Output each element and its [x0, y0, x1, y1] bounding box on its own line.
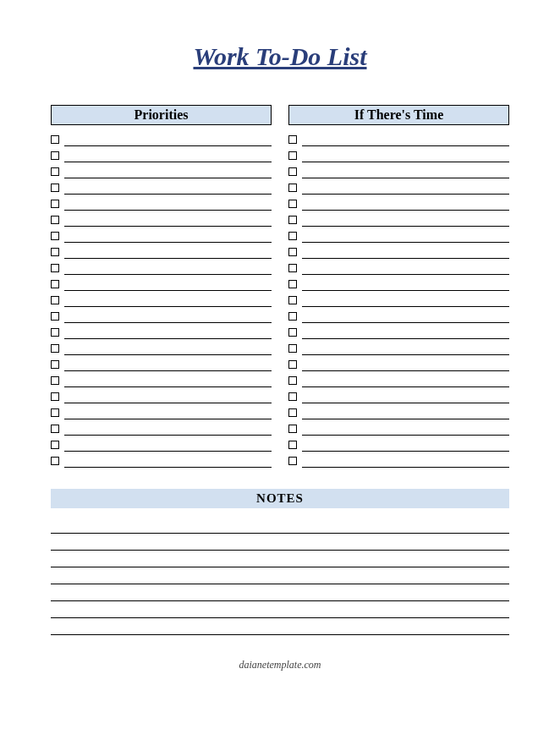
- checkbox-icon[interactable]: [51, 200, 59, 208]
- note-line[interactable]: [51, 551, 509, 567]
- checkbox-icon[interactable]: [288, 312, 297, 321]
- list-item[interactable]: [288, 211, 509, 227]
- note-line[interactable]: [51, 567, 509, 584]
- write-line[interactable]: [302, 323, 509, 339]
- list-item[interactable]: [288, 307, 509, 323]
- write-line[interactable]: [64, 387, 272, 403]
- write-line[interactable]: [64, 259, 272, 275]
- checkbox-icon[interactable]: [51, 376, 59, 385]
- checkbox-icon[interactable]: [51, 167, 59, 176]
- write-line[interactable]: [302, 243, 509, 259]
- write-line[interactable]: [64, 146, 272, 162]
- write-line[interactable]: [302, 195, 509, 211]
- checkbox-icon[interactable]: [51, 296, 59, 304]
- list-item[interactable]: [51, 403, 272, 419]
- write-line[interactable]: [302, 211, 509, 227]
- write-line[interactable]: [64, 178, 272, 195]
- write-line[interactable]: [302, 436, 509, 452]
- list-item[interactable]: [51, 178, 272, 195]
- list-item[interactable]: [51, 130, 272, 146]
- checkbox-icon[interactable]: [51, 151, 59, 160]
- list-item[interactable]: [51, 452, 272, 468]
- checkbox-icon[interactable]: [288, 296, 297, 304]
- write-line[interactable]: [302, 162, 509, 178]
- checkbox-icon[interactable]: [288, 232, 297, 240]
- list-item[interactable]: [288, 243, 509, 259]
- write-line[interactable]: [64, 323, 272, 339]
- checkbox-icon[interactable]: [51, 328, 59, 337]
- note-line[interactable]: [51, 534, 509, 551]
- write-line[interactable]: [302, 178, 509, 195]
- checkbox-icon[interactable]: [51, 457, 59, 465]
- checkbox-icon[interactable]: [288, 328, 297, 337]
- list-item[interactable]: [288, 403, 509, 419]
- write-line[interactable]: [64, 419, 272, 436]
- checkbox-icon[interactable]: [288, 151, 297, 160]
- checkbox-icon[interactable]: [288, 392, 297, 401]
- checkbox-icon[interactable]: [288, 248, 297, 256]
- list-item[interactable]: [288, 419, 509, 436]
- checkbox-icon[interactable]: [288, 216, 297, 224]
- write-line[interactable]: [64, 452, 272, 468]
- list-item[interactable]: [288, 275, 509, 291]
- list-item[interactable]: [288, 227, 509, 243]
- checkbox-icon[interactable]: [51, 408, 59, 417]
- list-item[interactable]: [51, 275, 272, 291]
- checkbox-icon[interactable]: [51, 232, 59, 240]
- list-item[interactable]: [51, 259, 272, 275]
- checkbox-icon[interactable]: [288, 200, 297, 208]
- checkbox-icon[interactable]: [51, 216, 59, 224]
- list-item[interactable]: [51, 387, 272, 403]
- checkbox-icon[interactable]: [288, 457, 297, 465]
- checkbox-icon[interactable]: [288, 408, 297, 417]
- checkbox-icon[interactable]: [288, 280, 297, 288]
- write-line[interactable]: [64, 275, 272, 291]
- checkbox-icon[interactable]: [288, 184, 297, 192]
- write-line[interactable]: [302, 371, 509, 387]
- write-line[interactable]: [64, 307, 272, 323]
- list-item[interactable]: [288, 387, 509, 403]
- list-item[interactable]: [51, 227, 272, 243]
- write-line[interactable]: [302, 291, 509, 307]
- list-item[interactable]: [51, 146, 272, 162]
- write-line[interactable]: [302, 130, 509, 146]
- list-item[interactable]: [288, 339, 509, 355]
- list-item[interactable]: [51, 243, 272, 259]
- checkbox-icon[interactable]: [288, 264, 297, 272]
- note-line[interactable]: [51, 601, 509, 618]
- write-line[interactable]: [64, 162, 272, 178]
- list-item[interactable]: [51, 339, 272, 355]
- checkbox-icon[interactable]: [51, 264, 59, 272]
- list-item[interactable]: [51, 291, 272, 307]
- checkbox-icon[interactable]: [51, 425, 59, 433]
- list-item[interactable]: [51, 419, 272, 436]
- list-item[interactable]: [51, 195, 272, 211]
- write-line[interactable]: [64, 403, 272, 419]
- list-item[interactable]: [288, 436, 509, 452]
- list-item[interactable]: [288, 355, 509, 371]
- write-line[interactable]: [64, 227, 272, 243]
- checkbox-icon[interactable]: [288, 344, 297, 353]
- checkbox-icon[interactable]: [288, 425, 297, 433]
- write-line[interactable]: [302, 146, 509, 162]
- checkbox-icon[interactable]: [51, 280, 59, 288]
- checkbox-icon[interactable]: [51, 135, 59, 144]
- write-line[interactable]: [64, 195, 272, 211]
- write-line[interactable]: [302, 403, 509, 419]
- note-line[interactable]: [51, 584, 509, 601]
- list-item[interactable]: [288, 291, 509, 307]
- list-item[interactable]: [288, 130, 509, 146]
- write-line[interactable]: [64, 339, 272, 355]
- list-item[interactable]: [288, 371, 509, 387]
- list-item[interactable]: [51, 307, 272, 323]
- write-line[interactable]: [302, 275, 509, 291]
- write-line[interactable]: [64, 355, 272, 371]
- list-item[interactable]: [288, 452, 509, 468]
- checkbox-icon[interactable]: [288, 360, 297, 369]
- write-line[interactable]: [64, 371, 272, 387]
- list-item[interactable]: [51, 371, 272, 387]
- list-item[interactable]: [288, 146, 509, 162]
- checkbox-icon[interactable]: [51, 441, 59, 449]
- list-item[interactable]: [288, 162, 509, 178]
- write-line[interactable]: [64, 243, 272, 259]
